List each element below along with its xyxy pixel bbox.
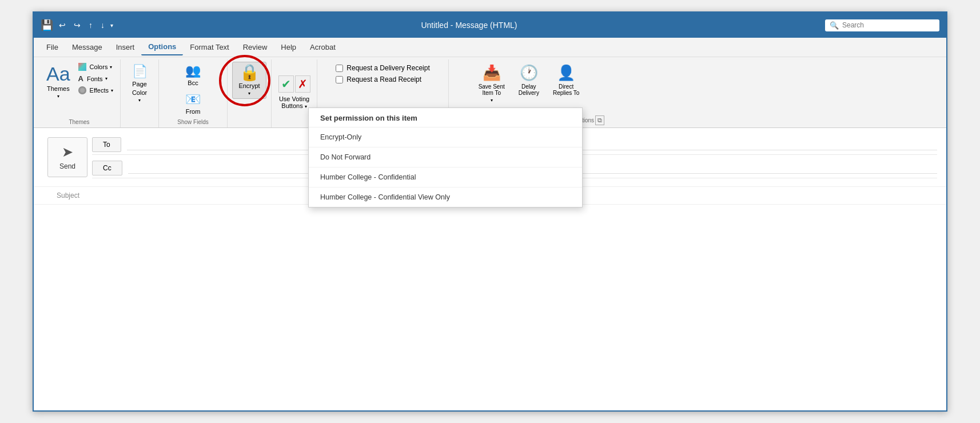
more-options-content: 📥 Save SentItem To ▾ 🕐 DelayDelivery 👤 D… bbox=[474, 62, 584, 113]
use-voting-buttons-label: Buttons bbox=[281, 102, 302, 109]
show-fields-label: Show Fields bbox=[164, 117, 222, 125]
ribbon-group-show-fields: 👥 Bcc 📧 From Show Fields bbox=[159, 59, 228, 127]
themes-group-label: Themes bbox=[43, 117, 115, 125]
read-receipt-label: Request a Read Receipt bbox=[346, 75, 421, 83]
fonts-label: Fonts bbox=[87, 75, 103, 82]
title-bar: 💾 ↩ ↪ ↑ ↓ ▾ Untitled - Message (HTML) 🔍 bbox=[34, 13, 946, 38]
themes-big: Aa Themes ▾ Colors ▾ A Fonts ▾ bbox=[43, 62, 115, 101]
page-color-content: 📄 Page Color ▾ bbox=[125, 62, 154, 123]
colors-icon bbox=[78, 63, 86, 71]
save-sent-chevron: ▾ bbox=[491, 98, 493, 103]
bcc-icon: 👥 bbox=[185, 63, 201, 78]
delivery-receipt-label: Request a Delivery Receipt bbox=[346, 64, 429, 72]
effects-chevron: ▾ bbox=[111, 88, 113, 93]
save-sent-item-button[interactable]: 📥 Save SentItem To ▾ bbox=[474, 62, 509, 105]
x-icon: ✗ bbox=[295, 75, 310, 93]
menu-message[interactable]: Message bbox=[65, 39, 109, 55]
send-label: Send bbox=[59, 162, 75, 170]
cc-button[interactable]: Cc bbox=[92, 161, 122, 175]
encrypt-group-label bbox=[232, 123, 266, 125]
use-voting-button[interactable]: Use Voting Buttons ▾ bbox=[279, 95, 309, 109]
direct-replies-icon: 👤 bbox=[557, 64, 575, 82]
use-voting-label: Use Voting bbox=[279, 95, 309, 102]
encrypt-button[interactable]: 🔒 Encrypt ▾ bbox=[232, 62, 266, 99]
colors-chevron: ▾ bbox=[110, 65, 112, 70]
send-icon: ➤ bbox=[62, 144, 73, 160]
encrypt-chevron: ▾ bbox=[248, 91, 250, 96]
themes-content: Aa Themes ▾ Colors ▾ A Fonts ▾ bbox=[43, 62, 115, 117]
use-voting-chevron: ▾ bbox=[305, 104, 307, 109]
message-body[interactable] bbox=[34, 205, 946, 410]
up-icon[interactable]: ↑ bbox=[86, 19, 95, 31]
undo-icon[interactable]: ↩ bbox=[57, 19, 68, 31]
dropdown-item-encrypt-only[interactable]: Encrypt-Only bbox=[309, 127, 582, 147]
voting-content: ✔ ✗ Use Voting Buttons ▾ bbox=[278, 62, 310, 123]
ribbon: Aa Themes ▾ Colors ▾ A Fonts ▾ bbox=[34, 57, 946, 128]
menu-bar: File Message Insert Options Format Text … bbox=[34, 38, 946, 57]
menu-format-text[interactable]: Format Text bbox=[183, 39, 236, 55]
delay-delivery-icon: 🕐 bbox=[520, 64, 538, 82]
page-color-group-label bbox=[125, 123, 154, 125]
bcc-button[interactable]: 👥 Bcc bbox=[182, 62, 204, 88]
search-input[interactable] bbox=[842, 21, 928, 29]
ribbon-group-themes: Aa Themes ▾ Colors ▾ A Fonts ▾ bbox=[38, 59, 121, 127]
menu-options[interactable]: Options bbox=[141, 39, 183, 55]
checkmark-icon: ✔ bbox=[278, 75, 294, 93]
dropdown-item-humber-confidential[interactable]: Humber College - Confidential bbox=[309, 167, 582, 187]
dropdown-item-do-not-forward[interactable]: Do Not Forward bbox=[309, 147, 582, 167]
themes-options: Colors ▾ A Fonts ▾ Effects ▾ bbox=[76, 62, 115, 95]
dropdown-item-humber-confidential-view-only[interactable]: Humber College - Confidential View Only bbox=[309, 187, 582, 207]
direct-replies-label: DirectReplies To bbox=[553, 83, 580, 96]
menu-file[interactable]: File bbox=[39, 39, 65, 55]
fonts-icon: A bbox=[78, 74, 83, 83]
save-icon[interactable]: 💾 bbox=[41, 19, 53, 31]
from-button[interactable]: 📧 From bbox=[182, 90, 204, 117]
direct-replies-button[interactable]: 👤 DirectReplies To bbox=[548, 62, 584, 98]
page-color-label2: Color bbox=[132, 89, 147, 96]
bcc-label: Bcc bbox=[188, 79, 198, 86]
read-receipt-check[interactable]: Request a Read Receipt bbox=[336, 75, 421, 83]
menu-help[interactable]: Help bbox=[274, 39, 303, 55]
to-button[interactable]: To bbox=[92, 137, 121, 152]
redo-icon[interactable]: ↪ bbox=[71, 19, 83, 31]
save-sent-icon: 📥 bbox=[483, 64, 501, 82]
voting-group-label bbox=[276, 123, 312, 125]
encrypt-icon: 🔒 bbox=[240, 65, 260, 81]
window-title: Untitled - Message (HTML) bbox=[113, 21, 825, 30]
subject-label: Subject bbox=[45, 191, 91, 199]
encrypt-content: 🔒 Encrypt ▾ bbox=[232, 62, 266, 123]
delivery-receipt-checkbox[interactable] bbox=[336, 65, 343, 72]
voting-icons: ✔ ✗ bbox=[278, 75, 310, 93]
search-box[interactable]: 🔍 bbox=[825, 19, 939, 31]
page-color-chevron: ▾ bbox=[138, 98, 141, 103]
page-color-icon: 📄 bbox=[132, 64, 148, 79]
delivery-receipt-check[interactable]: Request a Delivery Receipt bbox=[336, 64, 429, 72]
send-button[interactable]: ➤ Send bbox=[47, 137, 87, 177]
search-icon: 🔍 bbox=[830, 21, 839, 30]
effects-label: Effects bbox=[90, 87, 109, 94]
fonts-button[interactable]: A Fonts ▾ bbox=[76, 73, 115, 84]
bcc-from-col: 👥 Bcc 📧 From bbox=[182, 62, 204, 117]
colors-label: Colors bbox=[90, 63, 108, 70]
dropdown-header: Set permission on this item bbox=[309, 108, 582, 127]
themes-button[interactable]: Aa Themes ▾ bbox=[43, 62, 74, 101]
delay-delivery-label: DelayDelivery bbox=[519, 83, 539, 96]
from-label: From bbox=[186, 108, 201, 115]
outlook-window: 💾 ↩ ↪ ↑ ↓ ▾ Untitled - Message (HTML) 🔍 … bbox=[33, 11, 947, 412]
encrypt-dropdown: Set permission on this item Encrypt-Only… bbox=[308, 107, 583, 207]
delay-delivery-button[interactable]: 🕐 DelayDelivery bbox=[514, 62, 544, 98]
title-bar-controls: 💾 ↩ ↪ ↑ ↓ ▾ bbox=[41, 19, 113, 31]
ribbon-group-encrypt: 🔒 Encrypt ▾ bbox=[228, 59, 272, 127]
from-icon: 📧 bbox=[185, 92, 201, 107]
menu-insert[interactable]: Insert bbox=[109, 39, 142, 55]
effects-button[interactable]: Effects ▾ bbox=[76, 85, 115, 95]
save-sent-label: Save SentItem To bbox=[479, 83, 505, 96]
menu-acrobat[interactable]: Acrobat bbox=[303, 39, 342, 55]
colors-button[interactable]: Colors ▾ bbox=[76, 62, 115, 72]
read-receipt-checkbox[interactable] bbox=[336, 76, 343, 83]
menu-review[interactable]: Review bbox=[236, 39, 274, 55]
page-color-label: Page bbox=[132, 81, 147, 87]
dialog-launcher[interactable]: ⧉ bbox=[595, 115, 604, 125]
down-icon[interactable]: ↓ bbox=[98, 19, 107, 31]
page-color-button[interactable]: 📄 Page Color ▾ bbox=[125, 62, 154, 105]
